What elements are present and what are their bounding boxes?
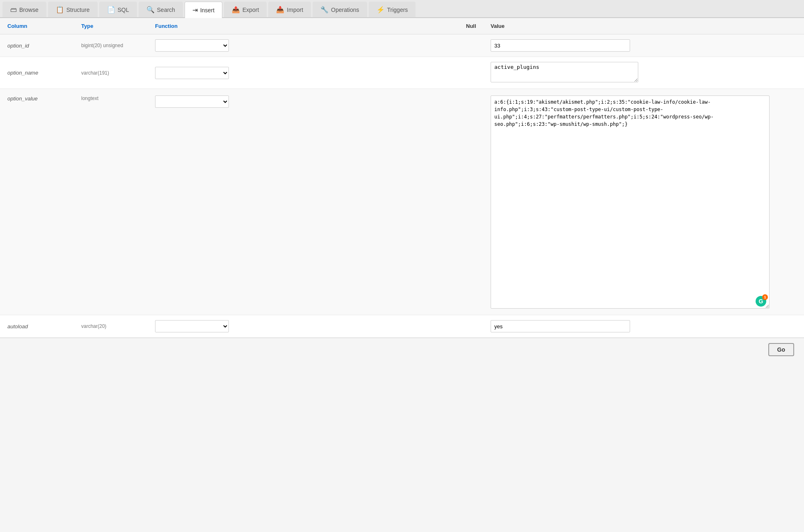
column-type-autoload: varchar(20)	[79, 322, 153, 331]
import-icon: 📥	[276, 6, 284, 14]
function-select-option-name[interactable]	[155, 67, 229, 79]
header-null: Null	[464, 21, 488, 31]
table-row: option_value longtext a:6:{i:1;s:19:"aki…	[0, 89, 804, 315]
value-input-autoload[interactable]	[491, 320, 630, 332]
value-cell-option-id	[488, 38, 799, 53]
search-icon: 🔍	[146, 6, 155, 14]
function-cell-option-id	[153, 38, 464, 53]
function-cell-autoload	[153, 318, 464, 334]
tab-export[interactable]: 📤 Export	[224, 2, 267, 17]
content-area: Column Type Function Null Value option_i…	[0, 18, 804, 361]
header-value: Value	[488, 21, 799, 31]
function-select-option-id[interactable]	[155, 39, 229, 52]
table-row: autoload varchar(20)	[0, 315, 804, 338]
go-button[interactable]: Go	[768, 343, 794, 356]
column-name-autoload: autoload	[5, 322, 79, 331]
function-cell-option-name	[153, 65, 464, 81]
insert-icon: ⇥	[192, 6, 198, 14]
column-type-option-value: longtext	[79, 94, 153, 103]
null-cell-option-name	[464, 71, 488, 75]
header-function: Function	[153, 21, 464, 31]
tab-sql[interactable]: 📄 SQL	[99, 2, 137, 17]
value-input-option-id[interactable]	[491, 39, 630, 52]
function-select-option-value[interactable]	[155, 95, 229, 108]
null-cell-autoload	[464, 325, 488, 328]
column-name-option-name: option_name	[5, 68, 79, 77]
table-row: option_name varchar(191) active_plugins	[0, 57, 804, 89]
tab-structure[interactable]: 📋 Structure	[48, 2, 98, 17]
column-type-option-id: bigint(20) unsigned	[79, 41, 153, 50]
export-icon: 📤	[232, 6, 240, 14]
value-cell-option-name: active_plugins	[488, 60, 799, 85]
value-textarea-option-value[interactable]: a:6:{i:1;s:19:"akismet/akismet.php";i:2;…	[491, 95, 770, 309]
structure-icon: 📋	[56, 6, 64, 14]
header-column: Column	[5, 21, 79, 31]
column-name-option-id: option_id	[5, 41, 79, 50]
tab-bar: 🗃 Browse 📋 Structure 📄 SQL 🔍 Search ⇥ In…	[0, 0, 804, 18]
tab-triggers[interactable]: ⚡ Triggers	[369, 2, 416, 17]
grammarly-notification: 1	[762, 294, 768, 300]
header-type: Type	[79, 21, 153, 31]
column-type-option-name: varchar(191)	[79, 68, 153, 77]
operations-icon: 🔧	[320, 6, 329, 14]
tab-browse[interactable]: 🗃 Browse	[2, 2, 46, 17]
function-select-autoload[interactable]	[155, 320, 229, 332]
table-header: Column Type Function Null Value	[0, 18, 804, 34]
triggers-icon: ⚡	[377, 6, 385, 14]
function-cell-option-value	[153, 94, 464, 109]
tab-import[interactable]: 📥 Import	[268, 2, 311, 17]
value-cell-option-value: a:6:{i:1;s:19:"akismet/akismet.php";i:2;…	[488, 94, 799, 311]
tab-insert[interactable]: ⇥ Insert	[185, 2, 222, 18]
grammarly-badge[interactable]: G 1	[756, 296, 766, 307]
sql-icon: 📄	[107, 6, 115, 14]
tab-search[interactable]: 🔍 Search	[139, 2, 183, 17]
textarea-wrapper-option-value: a:6:{i:1;s:19:"akismet/akismet.php";i:2;…	[491, 95, 770, 310]
table-row: option_id bigint(20) unsigned	[0, 34, 804, 57]
go-button-row: Go	[0, 338, 804, 361]
null-cell-option-id	[464, 44, 488, 47]
browse-icon: 🗃	[10, 6, 17, 14]
value-cell-autoload	[488, 318, 799, 334]
value-textarea-option-name[interactable]: active_plugins	[491, 62, 638, 82]
column-name-option-value: option_value	[5, 94, 79, 103]
tab-operations[interactable]: 🔧 Operations	[313, 2, 367, 17]
null-cell-option-value	[464, 94, 488, 97]
